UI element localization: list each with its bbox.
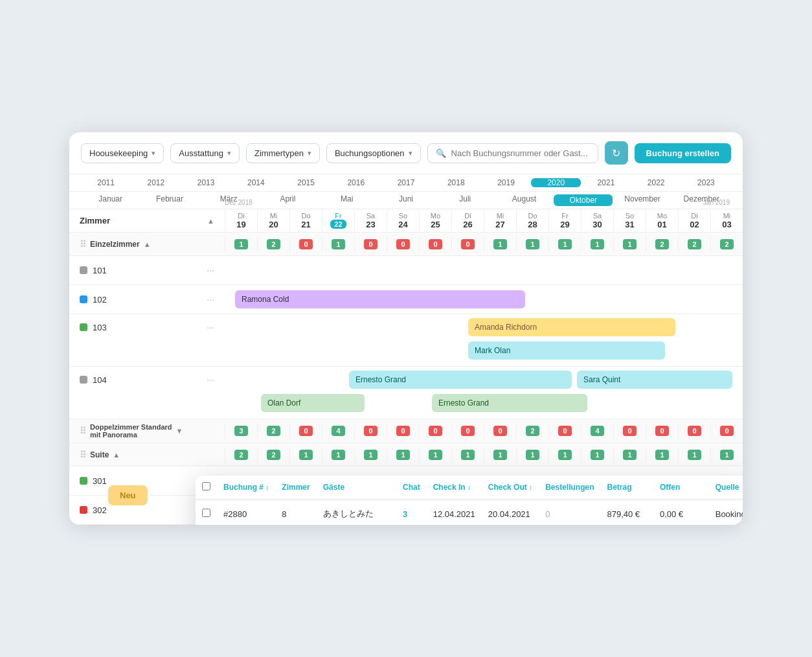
chevron-down-icon: ▾ — [227, 149, 231, 157]
col-checkout[interactable]: Check Out ↕ — [482, 476, 539, 500]
month-april[interactable]: April — [258, 194, 317, 206]
room-header: Zimmer ▲ — [69, 211, 225, 231]
year-2012[interactable]: 2012 — [131, 178, 181, 187]
timeline-102: Ramona Cold — [225, 285, 743, 314]
col-orders: Bestellungen — [539, 476, 600, 500]
year-2020[interactable]: 2020 — [531, 178, 581, 187]
room-menu-101[interactable]: ··· — [207, 265, 214, 275]
month-juli[interactable]: Juli — [436, 194, 495, 206]
day-03: Mi 03 — [710, 209, 743, 232]
ausstattung-filter[interactable]: Ausstattung ▾ — [170, 143, 240, 163]
room-color-301 — [80, 477, 87, 485]
cell-chat-0: 3 — [396, 500, 427, 525]
room-color-302 — [80, 506, 87, 514]
years-row: 2011 2012 2013 2014 2015 2016 2017 2018 … — [69, 174, 743, 192]
day-01: Mo 01 — [646, 209, 678, 232]
range-label-left: Dez 2018 — [225, 199, 253, 206]
cell-checkin-0: 12.04.2021 — [427, 500, 482, 525]
category-einzelzimmer: ⠿ Einzelzimmer ▲ 1 2 0 1 0 0 0 0 1 1 1 1… — [69, 233, 743, 256]
col-booking[interactable]: Buchung # ↕ — [217, 476, 275, 500]
category-suite: ⠿ Suite ▲ 2 2 1 1 1 1 1 1 1 1 1 1 1 1 1 … — [69, 443, 743, 467]
day-02: Di 02 — [678, 209, 710, 232]
month-oktober[interactable]: Oktober — [554, 194, 613, 206]
col-chat: Chat — [396, 476, 427, 500]
year-2023[interactable]: 2023 — [681, 178, 731, 187]
booking-ramona-cold[interactable]: Ramona Cold — [235, 290, 525, 308]
day-25: Mo 25 — [419, 209, 451, 232]
year-2011[interactable]: 2011 — [81, 178, 131, 187]
room-color-101 — [80, 266, 87, 274]
main-container: Hoousekeeping ▾ Ausstattung ▾ Zimmertype… — [69, 132, 743, 525]
category-collapse-icon[interactable]: ▲ — [144, 240, 151, 248]
booking-amanda-richdorn[interactable]: Amanda Richdorn — [468, 318, 675, 336]
day-21: Do 21 — [289, 209, 322, 232]
room-row-102: 102 ··· Ramona Cold — [69, 285, 743, 314]
range-label-right: Jan 2019 — [703, 199, 730, 206]
year-2019[interactable]: 2019 — [481, 178, 531, 187]
month-januar[interactable]: Januar — [81, 194, 140, 206]
day-22: Fr 22 — [322, 209, 354, 232]
toolbar: Hoousekeeping ▾ Ausstattung ▾ Zimmertype… — [69, 132, 743, 174]
bookings-table-overlay: Buchung # ↕ Zimmer Gäste Chat Check In ↕… — [196, 476, 743, 525]
create-booking-button[interactable]: Buchung erstellen — [635, 143, 731, 163]
room-menu-104[interactable]: ··· — [207, 375, 214, 385]
select-all-header — [196, 476, 217, 500]
year-2022[interactable]: 2022 — [631, 178, 681, 187]
category-suite-collapse-icon[interactable]: ▲ — [113, 451, 120, 459]
housekeeping-filter[interactable]: Hoousekeeping ▾ — [81, 143, 164, 163]
cell-booking-0[interactable]: #2880 — [217, 500, 275, 525]
year-2021[interactable]: 2021 — [581, 178, 631, 187]
month-juni[interactable]: Juni — [376, 194, 435, 206]
einzelzimmer-availability: 1 2 0 1 0 0 0 0 1 1 1 1 1 2 2 2 — [225, 236, 743, 252]
day-header-row: Zimmer ▲ Dez 2018 Jan 2019 Di 19 Mi 20 D… — [69, 209, 743, 233]
day-27: Mi 27 — [484, 209, 516, 232]
year-2015[interactable]: 2015 — [281, 178, 331, 187]
room-row-101: 101 ··· — [69, 256, 743, 285]
cell-source-0: Booking.com — [709, 500, 743, 525]
col-checkin[interactable]: Check In ↕ — [427, 476, 482, 500]
refresh-button[interactable]: ↻ — [605, 141, 628, 165]
year-2018[interactable]: 2018 — [431, 178, 481, 187]
search-input[interactable] — [451, 148, 590, 158]
bookings-table: Buchung # ↕ Zimmer Gäste Chat Check In ↕… — [196, 476, 743, 525]
col-amount: Betrag — [600, 476, 653, 500]
chevron-down-icon: ▾ — [409, 149, 412, 157]
year-2016[interactable]: 2016 — [331, 178, 381, 187]
booking-mark-olan[interactable]: Mark Olan — [468, 341, 665, 360]
col-room: Zimmer — [275, 476, 316, 500]
booking-olan-dorf[interactable]: Olan Dorf — [261, 394, 365, 412]
zimmertypen-filter[interactable]: Zimmertypen ▾ — [246, 143, 320, 163]
month-august[interactable]: August — [495, 194, 554, 206]
month-februar[interactable]: Februar — [140, 194, 199, 206]
cell-guest-0: あきしとみた — [317, 500, 396, 525]
room-menu-102[interactable]: ··· — [207, 294, 214, 305]
booking-ernesto-grand-1[interactable]: Ernesto Grand — [349, 371, 572, 389]
chevron-up-icon[interactable]: ▲ — [207, 217, 214, 225]
room-menu-103[interactable]: ··· — [207, 322, 214, 332]
timeline-103: Amanda Richdorn Mark Olan — [225, 314, 743, 366]
doppelzimmer-availability: 3 2 0 4 0 0 0 0 0 2 0 4 0 0 0 0 — [225, 423, 743, 439]
booking-sara-quint[interactable]: Sara Quint — [577, 371, 732, 389]
search-icon: 🔍 — [436, 148, 446, 158]
day-23: Sa 23 — [354, 209, 387, 232]
booking-ernesto-grand-2[interactable]: Ernesto Grand — [432, 394, 587, 412]
buchungsoptionen-filter[interactable]: Buchungsoptionen ▾ — [326, 143, 421, 163]
neu-badge[interactable]: Neu — [108, 485, 148, 505]
day-19: Di 19 — [225, 209, 257, 232]
search-box: 🔍 — [427, 143, 598, 163]
year-2017[interactable]: 2017 — [381, 178, 431, 187]
timeline-104: Ernesto Grand Sara Quint Olan Dorf Ernes… — [225, 367, 743, 419]
chevron-down-icon: ▾ — [308, 149, 311, 157]
category-doppelzimmer: ⠿ Doppelzimmer Standardmit Panorama ▼ 3 … — [69, 419, 743, 443]
select-all-checkbox[interactable] — [202, 482, 210, 490]
table-row: #2880 8 あきしとみた 3 12.04.2021 20.04.2021 0… — [196, 500, 743, 525]
months-row: Januar Februar März April Mai Juni Juli … — [69, 192, 743, 209]
chevron-down-icon: ▾ — [152, 149, 155, 157]
row-select-0[interactable] — [202, 509, 210, 517]
year-2014[interactable]: 2014 — [231, 178, 281, 187]
month-november[interactable]: November — [613, 194, 671, 206]
year-2013[interactable]: 2013 — [181, 178, 231, 187]
drag-handle-icon: ⠿ — [80, 426, 86, 436]
category-doppelzimmer-collapse-icon[interactable]: ▼ — [176, 427, 183, 435]
month-mai[interactable]: Mai — [317, 194, 376, 206]
